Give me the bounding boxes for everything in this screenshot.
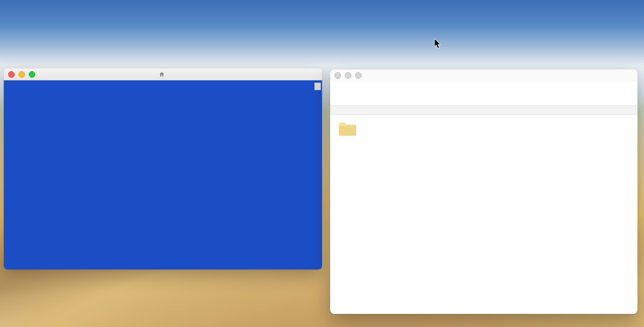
settings-window[interactable] [330,70,637,314]
mouse-cursor-icon [434,38,443,50]
home-icon [159,71,165,78]
settings-header [330,81,637,95]
scrollbar-thumb[interactable] [314,83,321,90]
window-controls [8,71,35,78]
terminal-title [4,71,322,78]
terminal-body[interactable] [4,80,322,269]
minimize-button[interactable] [18,71,25,78]
tab-bar [330,95,637,106]
settings-titlebar[interactable] [330,70,637,81]
window-controls [334,72,362,79]
folder-info [363,128,620,129]
minimize-button[interactable] [345,72,351,79]
terminal-titlebar[interactable] [4,68,322,80]
terminal-window[interactable] [4,68,322,269]
table-row[interactable] [330,115,637,142]
table-header [330,106,637,115]
zoom-button[interactable] [355,72,362,79]
folder-icon [338,121,357,137]
close-button[interactable] [334,72,341,79]
close-button[interactable] [8,71,15,78]
zoom-button[interactable] [29,71,35,78]
